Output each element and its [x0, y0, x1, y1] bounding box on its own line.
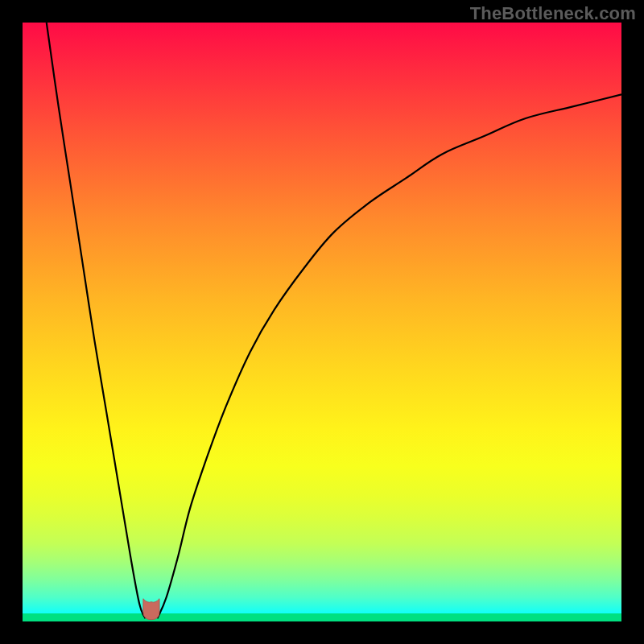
- curve-right-branch: [157, 94, 621, 618]
- curve-left-branch: [47, 23, 146, 618]
- minimum-marker: [143, 599, 159, 620]
- curve-svg: [23, 23, 621, 621]
- chart-plot-area: [23, 23, 621, 621]
- watermark-text: TheBottleneck.com: [470, 3, 636, 24]
